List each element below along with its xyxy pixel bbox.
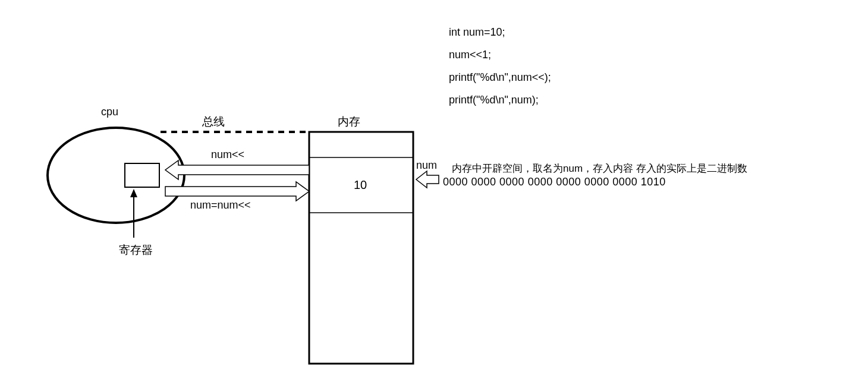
svg-marker-1 (130, 189, 137, 197)
cpu-ellipse (48, 128, 184, 223)
code-line-3: printf("%d\n",num<<); (449, 68, 551, 87)
annotation-binary: 0000 0000 0000 0000 0000 0000 0000 1010 (443, 176, 666, 188)
arrow-bottom-text: num=num<< (190, 199, 251, 212)
annotation-arrow (416, 171, 439, 188)
diagram-canvas (0, 0, 868, 388)
arrow-num-shift-left (165, 160, 309, 179)
bus-label: 总线 (202, 114, 225, 130)
register-label: 寄存器 (119, 242, 153, 258)
num-var-label: num (416, 159, 437, 172)
code-line-2: num<<1; (449, 45, 491, 64)
annotation-desc: 内存中开辟空间，取名为num，存入内容 存入的实际上是二进制数 (452, 162, 747, 175)
code-line-4: printf("%d\n",num); (449, 90, 539, 109)
register-pointer-arrow (130, 189, 137, 238)
arrow-top-text: num<< (211, 149, 244, 161)
memory-label: 内存 (338, 114, 360, 130)
code-line-1: int num=10; (449, 23, 505, 42)
register-rect (125, 163, 159, 187)
arrow-num-assign (165, 182, 309, 201)
cpu-label: cpu (101, 106, 118, 118)
memory-cell-value: 10 (354, 178, 367, 192)
memory-rect (309, 132, 413, 364)
